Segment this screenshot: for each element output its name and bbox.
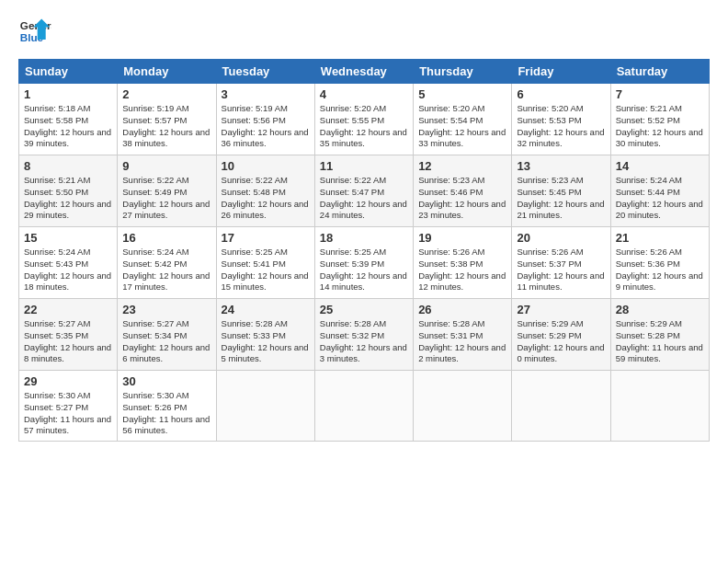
cell-content: Sunrise: 5:24 AMSunset: 5:43 PMDaylight:… (24, 247, 112, 293)
calendar-cell: 5Sunrise: 5:20 AMSunset: 5:54 PMDaylight… (414, 84, 512, 155)
cell-content: Sunrise: 5:25 AMSunset: 5:39 PMDaylight:… (320, 247, 408, 293)
cell-content: Sunrise: 5:22 AMSunset: 5:48 PMDaylight:… (222, 175, 310, 222)
cell-content: Sunrise: 5:20 AMSunset: 5:54 PMDaylight:… (418, 103, 506, 150)
calendar-week-row: 1Sunrise: 5:18 AMSunset: 5:58 PMDaylight… (19, 84, 710, 155)
day-number: 24 (222, 303, 310, 316)
cell-content: Sunrise: 5:24 AMSunset: 5:44 PMDaylight:… (616, 175, 704, 222)
calendar-cell: 20Sunrise: 5:26 AMSunset: 5:37 PMDayligh… (512, 227, 610, 299)
weekday-header-monday: Monday (118, 60, 216, 84)
calendar-cell: 3Sunrise: 5:19 AMSunset: 5:56 PMDaylight… (216, 84, 314, 155)
calendar-cell: 9Sunrise: 5:22 AMSunset: 5:49 PMDaylight… (118, 155, 216, 227)
cell-content: Sunrise: 5:22 AMSunset: 5:47 PMDaylight:… (320, 175, 408, 222)
calendar-cell: 8Sunrise: 5:21 AMSunset: 5:50 PMDaylight… (19, 155, 118, 227)
day-number: 20 (517, 231, 605, 245)
calendar-cell: 21Sunrise: 5:26 AMSunset: 5:36 PMDayligh… (610, 227, 709, 299)
cell-content: Sunrise: 5:23 AMSunset: 5:45 PMDaylight:… (517, 175, 605, 222)
day-number: 27 (517, 303, 605, 316)
calendar-page: General Blue SundayMondayTuesdayWednesda… (0, 0, 728, 456)
weekday-header-tuesday: Tuesday (216, 60, 314, 84)
calendar-table: SundayMondayTuesdayWednesdayThursdayFrid… (18, 59, 710, 442)
calendar-cell: 17Sunrise: 5:25 AMSunset: 5:41 PMDayligh… (216, 227, 314, 299)
calendar-cell: 14Sunrise: 5:24 AMSunset: 5:44 PMDayligh… (610, 155, 709, 227)
cell-content: Sunrise: 5:20 AMSunset: 5:53 PMDaylight:… (517, 103, 605, 150)
day-number: 8 (24, 159, 112, 173)
cell-content: Sunrise: 5:21 AMSunset: 5:52 PMDaylight:… (616, 103, 704, 150)
weekday-header-wednesday: Wednesday (314, 60, 413, 84)
day-number: 3 (222, 87, 310, 101)
day-number: 30 (122, 374, 210, 388)
calendar-week-row: 22Sunrise: 5:27 AMSunset: 5:35 PMDayligh… (19, 299, 710, 371)
calendar-cell (512, 371, 610, 442)
day-number: 4 (320, 87, 408, 101)
cell-content: Sunrise: 5:30 AMSunset: 5:26 PMDaylight:… (122, 390, 210, 437)
calendar-cell: 13Sunrise: 5:23 AMSunset: 5:45 PMDayligh… (512, 155, 610, 227)
calendar-cell: 4Sunrise: 5:20 AMSunset: 5:55 PMDaylight… (314, 84, 413, 155)
header: General Blue (18, 15, 710, 48)
day-number: 2 (122, 87, 210, 101)
day-number: 21 (616, 231, 704, 245)
weekday-header-thursday: Thursday (414, 60, 512, 84)
calendar-cell (414, 371, 512, 442)
cell-content: Sunrise: 5:18 AMSunset: 5:58 PMDaylight:… (24, 103, 112, 150)
day-number: 19 (418, 231, 506, 245)
weekday-header-saturday: Saturday (610, 60, 709, 84)
calendar-cell: 22Sunrise: 5:27 AMSunset: 5:35 PMDayligh… (19, 299, 118, 371)
cell-content: Sunrise: 5:29 AMSunset: 5:29 PMDaylight:… (517, 318, 605, 365)
cell-content: Sunrise: 5:30 AMSunset: 5:27 PMDaylight:… (24, 390, 112, 437)
logo: General Blue (18, 15, 51, 48)
calendar-cell: 29Sunrise: 5:30 AMSunset: 5:27 PMDayligh… (19, 371, 118, 442)
day-number: 22 (24, 303, 112, 316)
calendar-cell: 12Sunrise: 5:23 AMSunset: 5:46 PMDayligh… (414, 155, 512, 227)
cell-content: Sunrise: 5:20 AMSunset: 5:55 PMDaylight:… (320, 103, 408, 150)
day-number: 15 (24, 231, 112, 245)
calendar-cell: 26Sunrise: 5:28 AMSunset: 5:31 PMDayligh… (414, 299, 512, 371)
day-number: 17 (222, 231, 310, 245)
day-number: 11 (320, 159, 408, 173)
weekday-header-row: SundayMondayTuesdayWednesdayThursdayFrid… (19, 60, 710, 84)
calendar-cell (314, 371, 413, 442)
day-number: 12 (418, 159, 506, 173)
cell-content: Sunrise: 5:26 AMSunset: 5:36 PMDaylight:… (616, 247, 704, 293)
day-number: 18 (320, 231, 408, 245)
cell-content: Sunrise: 5:23 AMSunset: 5:46 PMDaylight:… (418, 175, 506, 222)
cell-content: Sunrise: 5:29 AMSunset: 5:28 PMDaylight:… (616, 318, 704, 365)
calendar-cell: 25Sunrise: 5:28 AMSunset: 5:32 PMDayligh… (314, 299, 413, 371)
calendar-cell (610, 371, 709, 442)
calendar-week-row: 8Sunrise: 5:21 AMSunset: 5:50 PMDaylight… (19, 155, 710, 227)
calendar-cell (216, 371, 314, 442)
calendar-cell: 19Sunrise: 5:26 AMSunset: 5:38 PMDayligh… (414, 227, 512, 299)
cell-content: Sunrise: 5:21 AMSunset: 5:50 PMDaylight:… (24, 175, 112, 222)
day-number: 29 (24, 374, 112, 388)
day-number: 7 (616, 87, 704, 101)
weekday-header-friday: Friday (512, 60, 610, 84)
calendar-cell: 11Sunrise: 5:22 AMSunset: 5:47 PMDayligh… (314, 155, 413, 227)
calendar-week-row: 29Sunrise: 5:30 AMSunset: 5:27 PMDayligh… (19, 371, 710, 442)
logo-icon: General Blue (18, 15, 51, 48)
cell-content: Sunrise: 5:19 AMSunset: 5:57 PMDaylight:… (122, 103, 210, 150)
cell-content: Sunrise: 5:27 AMSunset: 5:35 PMDaylight:… (24, 318, 112, 365)
day-number: 5 (418, 87, 506, 101)
cell-content: Sunrise: 5:25 AMSunset: 5:41 PMDaylight:… (222, 247, 310, 293)
calendar-cell: 10Sunrise: 5:22 AMSunset: 5:48 PMDayligh… (216, 155, 314, 227)
calendar-cell: 7Sunrise: 5:21 AMSunset: 5:52 PMDaylight… (610, 84, 709, 155)
weekday-header-sunday: Sunday (19, 60, 118, 84)
calendar-cell: 24Sunrise: 5:28 AMSunset: 5:33 PMDayligh… (216, 299, 314, 371)
calendar-cell: 23Sunrise: 5:27 AMSunset: 5:34 PMDayligh… (118, 299, 216, 371)
day-number: 13 (517, 159, 605, 173)
calendar-cell: 28Sunrise: 5:29 AMSunset: 5:28 PMDayligh… (610, 299, 709, 371)
day-number: 16 (122, 231, 210, 245)
cell-content: Sunrise: 5:26 AMSunset: 5:38 PMDaylight:… (418, 247, 506, 293)
day-number: 6 (517, 87, 605, 101)
calendar-cell: 18Sunrise: 5:25 AMSunset: 5:39 PMDayligh… (314, 227, 413, 299)
cell-content: Sunrise: 5:28 AMSunset: 5:31 PMDaylight:… (418, 318, 506, 365)
calendar-cell: 15Sunrise: 5:24 AMSunset: 5:43 PMDayligh… (19, 227, 118, 299)
day-number: 28 (616, 303, 704, 316)
calendar-cell: 30Sunrise: 5:30 AMSunset: 5:26 PMDayligh… (118, 371, 216, 442)
cell-content: Sunrise: 5:27 AMSunset: 5:34 PMDaylight:… (122, 318, 210, 365)
day-number: 26 (418, 303, 506, 316)
cell-content: Sunrise: 5:28 AMSunset: 5:32 PMDaylight:… (320, 318, 408, 365)
cell-content: Sunrise: 5:24 AMSunset: 5:42 PMDaylight:… (122, 247, 210, 293)
calendar-cell: 1Sunrise: 5:18 AMSunset: 5:58 PMDaylight… (19, 84, 118, 155)
cell-content: Sunrise: 5:26 AMSunset: 5:37 PMDaylight:… (517, 247, 605, 293)
calendar-cell: 27Sunrise: 5:29 AMSunset: 5:29 PMDayligh… (512, 299, 610, 371)
